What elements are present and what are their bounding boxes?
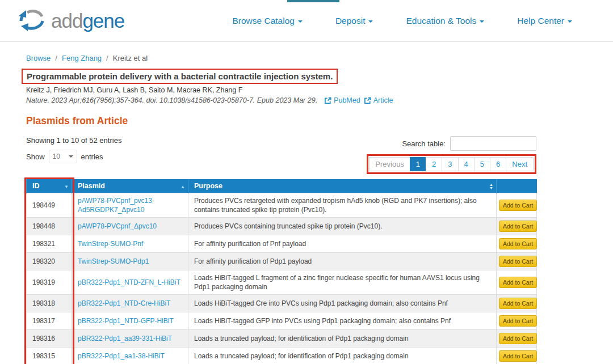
top-accent-bar — [287, 0, 339, 2]
pagination-button[interactable]: 3 — [442, 157, 458, 171]
column-header-label: ID — [32, 182, 40, 190]
plasmid-link[interactable]: TwinStrep-SUMO-Pdp1 — [78, 257, 149, 265]
citation-links: PubMed Article — [321, 96, 393, 104]
plasmid-link[interactable]: pBR322-Pdp1_aa39-331-HiBiT — [78, 335, 172, 342]
table-controls-left: Showing 1 to 10 of 52 entries Show 10 en… — [26, 136, 121, 163]
nav-item-label: Help Center — [517, 16, 564, 26]
add-to-cart-button[interactable]: Add to Cart — [499, 333, 537, 344]
cell-plasmid: pBR322-Pdp1_aa39-331-HiBiT — [72, 330, 188, 348]
pagination-button[interactable]: 1 — [410, 157, 426, 171]
show-label: Show — [26, 153, 45, 161]
table-body: 198449 pAWP78-PVCpnf_pvc13-Ad5RGDPK7_Δpv… — [27, 193, 537, 364]
cell-id: 198321 — [27, 235, 72, 253]
cell-cart: Add to Cart — [497, 348, 537, 364]
column-header[interactable]: Purpose — [188, 179, 497, 193]
column-header[interactable] — [497, 179, 537, 193]
add-to-cart-button[interactable]: Add to Cart — [499, 315, 537, 327]
column-header-label: Purpose — [194, 182, 222, 190]
cell-cart: Add to Cart — [497, 253, 537, 270]
cell-cart: Add to Cart — [497, 330, 537, 348]
add-to-cart-button[interactable]: Add to Cart — [499, 277, 537, 288]
cell-plasmid: pBR322-Pdp1_NTD-ZFN_L-HiBiT — [72, 270, 188, 295]
table-row: 198318 pBR322-Pdp1_NTD-Cre-HiBiT Loads H… — [27, 295, 537, 312]
nav-item-label: Browse Catalog — [233, 16, 295, 26]
plasmid-table-zone: ID Plasmid Purpose — [26, 179, 536, 364]
article-authors: Kreitz J, Friedrich MJ, Guru A, Lash B, … — [26, 86, 613, 94]
external-link-label: PubMed — [334, 96, 360, 104]
column-header[interactable]: ID — [27, 179, 72, 193]
nav-item[interactable]: Education & Tools — [406, 16, 484, 26]
citation-text: Nature. 2023 Apr;616(7956):357-364. doi:… — [26, 96, 317, 104]
page-size-select[interactable]: 10 — [49, 150, 77, 163]
pagination-button[interactable]: Previous — [369, 157, 410, 171]
site-header: addgene Browse Catalog Deposit Education… — [0, 0, 613, 42]
add-to-cart-button[interactable]: Add to Cart — [499, 200, 537, 211]
nav-item-label: Education & Tools — [406, 16, 476, 26]
plasmid-link[interactable]: pAWP78-PVCpnf_Δpvc10 — [78, 222, 157, 230]
chevron-down-icon — [480, 20, 484, 23]
nav-item[interactable]: Help Center — [517, 16, 572, 26]
nav-item[interactable]: Browse Catalog — [233, 16, 303, 26]
cell-cart: Add to Cart — [497, 218, 537, 235]
external-link-label: Article — [373, 96, 393, 104]
annotation-box-pagination: Previous 1 2 3 4 5 6 — [367, 154, 536, 174]
article-citation: Nature. 2023 Apr;616(7956):357-364. doi:… — [26, 96, 613, 104]
search-row: Search table: — [402, 136, 536, 151]
chevron-down-icon — [298, 20, 303, 23]
cell-plasmid: pAWP78-PVCpnf_pvc13-Ad5RGDPK7_Δpvc10 — [72, 193, 188, 218]
pagination-button[interactable]: 2 — [426, 157, 442, 171]
plasmid-link[interactable]: pBR322-Pdp1_NTD-ZFN_L-HiBiT — [78, 278, 180, 286]
cell-id: 198320 — [27, 253, 72, 270]
table-row: 198320 TwinStrep-SUMO-Pdp1 For affinity … — [27, 253, 537, 270]
external-link-icon — [364, 97, 371, 104]
page-size-row: Show 10 entries — [26, 150, 121, 163]
pagination-button[interactable]: 4 — [458, 157, 475, 171]
main-nav: Browse Catalog Deposit Education & Tools… — [233, 16, 573, 26]
sort-icon — [180, 182, 185, 190]
add-to-cart-button[interactable]: Add to Cart — [499, 238, 537, 249]
logo-wordmark: addgene — [51, 11, 124, 31]
add-to-cart-button[interactable]: Add to Cart — [499, 350, 537, 362]
table-row: 198448 pAWP78-PVCpnf_Δpvc10 Produces PVC… — [27, 218, 537, 235]
page-size-value: 10 — [53, 153, 60, 160]
pagination-button[interactable]: Next — [506, 157, 534, 171]
add-to-cart-button[interactable]: Add to Cart — [499, 221, 537, 232]
nav-item[interactable]: Deposit — [335, 16, 373, 26]
plasmid-link[interactable]: pBR322-Pdp1_NTD-GFP-HiBiT — [78, 317, 174, 325]
plasmid-link[interactable]: pBR322-Pdp1_aa1-38-HiBiT — [78, 352, 165, 360]
cell-plasmid: pBR322-Pdp1_NTD-Cre-HiBiT — [72, 295, 188, 312]
table-row: 198321 TwinStrep-SUMO-Pnf For affinity p… — [27, 235, 537, 253]
external-link-icon — [324, 97, 331, 104]
external-link[interactable]: PubMed — [324, 96, 360, 104]
cell-purpose: Loads a truncated payload; for identific… — [188, 330, 497, 348]
table-controls-right: Search table: Previous 1 2 3 — [367, 136, 536, 174]
cell-purpose: For affinity purification of Pnf payload — [188, 235, 497, 253]
pagination: Previous 1 2 3 4 5 6 — [370, 157, 534, 171]
cell-purpose: Produces PVCs retargeted with expanded t… — [188, 193, 497, 218]
chevron-down-icon — [368, 20, 373, 23]
pagination-button[interactable]: 5 — [474, 157, 490, 171]
search-input[interactable] — [450, 136, 536, 151]
addgene-logo[interactable]: addgene — [17, 9, 124, 33]
cell-id: 198318 — [27, 295, 72, 312]
breadcrumb-item[interactable]: Browse — [26, 54, 62, 62]
cell-id: 198319 — [27, 270, 72, 295]
plasmid-link[interactable]: TwinStrep-SUMO-Pnf — [78, 240, 143, 248]
search-label: Search table: — [402, 139, 446, 148]
table-section: Showing 1 to 10 of 52 entries Show 10 en… — [26, 136, 536, 364]
column-header[interactable]: Plasmid — [72, 179, 188, 193]
page: addgene Browse Catalog Deposit Education… — [0, 0, 613, 364]
breadcrumb: Browse Feng Zhang Kreitz et al — [26, 54, 613, 62]
table-header-row: ID Plasmid Purpose — [27, 179, 537, 193]
external-link[interactable]: Article — [364, 96, 393, 104]
cell-cart: Add to Cart — [497, 193, 537, 218]
plasmid-link[interactable]: pBR322-Pdp1_NTD-Cre-HiBiT — [78, 299, 170, 307]
breadcrumb-item[interactable]: Feng Zhang — [62, 54, 113, 62]
table-controls: Showing 1 to 10 of 52 entries Show 10 en… — [26, 136, 536, 174]
add-to-cart-button[interactable]: Add to Cart — [499, 298, 537, 309]
breadcrumb-item[interactable]: Kreitz et al — [113, 54, 148, 62]
pagination-button[interactable]: 6 — [490, 157, 506, 171]
cell-purpose: Produces PVCs containing truncated spike… — [188, 218, 497, 235]
plasmid-link[interactable]: pAWP78-PVCpnf_pvc13-Ad5RGDPK7_Δpvc10 — [78, 197, 154, 214]
add-to-cart-button[interactable]: Add to Cart — [499, 256, 537, 267]
